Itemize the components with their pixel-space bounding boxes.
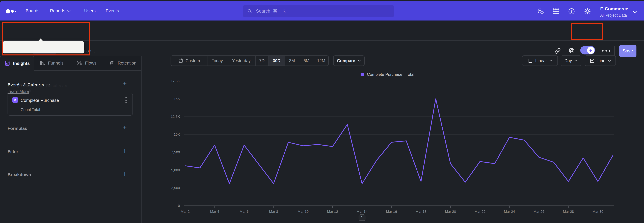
insights-line-chart: 02,5005,0007,50010K12.5K15K17.5KMar 2Mar…	[164, 72, 627, 223]
range-6m[interactable]: 6M	[299, 56, 314, 66]
svg-text:Mar 28: Mar 28	[563, 209, 574, 213]
compare-button[interactable]: Compare	[333, 55, 364, 66]
apps-grid-icon[interactable]	[552, 8, 559, 15]
add-breakdown-button[interactable]: +	[121, 171, 128, 177]
report-type-tabs: Insights Funnels Flows	[0, 56, 142, 71]
calendar-icon	[178, 58, 183, 63]
range-label: 3M	[289, 58, 295, 63]
event-metric[interactable]: Count Total	[21, 107, 40, 112]
section-label: Formulas	[8, 126, 27, 131]
svg-text:Mar 6: Mar 6	[240, 209, 249, 213]
tooltip-caret	[38, 39, 44, 42]
svg-text:7,500: 7,500	[171, 150, 180, 154]
range-7d[interactable]: 7D	[256, 56, 268, 66]
app-logo-icon[interactable]	[6, 9, 10, 14]
svg-text:12.5K: 12.5K	[171, 115, 180, 119]
section-label: Breakdown	[8, 172, 31, 177]
sampling-tooltip: Using 10% of data. Results are approxima…	[2, 41, 84, 53]
range-label: 7D	[259, 58, 265, 63]
nav-item-events[interactable]: Events	[106, 8, 119, 14]
top-navbar: Boards Reports Users Events	[0, 1, 644, 21]
sampling-toggle[interactable]	[580, 46, 595, 54]
tab-retention[interactable]: Retention	[104, 56, 142, 71]
filter-section: Filter	[8, 149, 18, 154]
chart-type-dropdown[interactable]: Line	[585, 55, 616, 66]
nav-label: Users	[84, 8, 96, 14]
scale-label: Linear	[535, 58, 547, 63]
date-range-selector: Custom Today Yesterday 7D 30D 3M 6M 12M	[170, 55, 329, 66]
svg-text:Mar 24: Mar 24	[504, 209, 515, 213]
interval-dropdown[interactable]: Day	[561, 55, 581, 66]
svg-text:Mar 10: Mar 10	[298, 209, 308, 213]
tab-funnels[interactable]: Funnels	[34, 56, 69, 71]
svg-text:Mar 2: Mar 2	[180, 209, 190, 213]
report-titlebar: Untitled Sampled + Add description... Sa…	[0, 21, 644, 41]
formulas-section: Formulas	[8, 126, 27, 131]
event-card[interactable]	[8, 93, 133, 116]
global-search[interactable]	[243, 5, 394, 17]
share-link-icon[interactable]	[554, 48, 561, 54]
nav-label: Boards	[26, 8, 40, 14]
add-event-button[interactable]: +	[121, 80, 128, 87]
more-options-button[interactable]	[602, 50, 610, 52]
chevron-down-icon	[574, 60, 578, 62]
nav-item-boards[interactable]: Boards	[26, 8, 40, 14]
chevron-down-icon	[608, 60, 611, 62]
range-today[interactable]: Today	[208, 56, 228, 66]
svg-text:Mar 22: Mar 22	[474, 209, 485, 213]
svg-text:Mar 20: Mar 20	[445, 209, 456, 213]
scale-dropdown[interactable]: Linear	[522, 55, 558, 66]
svg-text:Mar 26: Mar 26	[534, 209, 544, 213]
add-to-board-icon[interactable]	[568, 47, 575, 54]
svg-text:0: 0	[178, 204, 180, 207]
event-name[interactable]: Complete Purchase	[21, 98, 59, 103]
svg-text:Mar 14: Mar 14	[356, 209, 368, 213]
range-custom[interactable]: Custom	[171, 56, 208, 66]
save-button[interactable]: Save	[619, 45, 636, 57]
chevron-down-icon	[549, 60, 552, 62]
svg-text:Mar 16: Mar 16	[386, 209, 397, 213]
svg-text:?: ?	[570, 10, 573, 14]
app-logo-icon	[11, 10, 14, 13]
add-formula-button[interactable]: +	[121, 124, 128, 131]
toggle-knob	[587, 47, 594, 54]
funnels-icon	[39, 60, 45, 66]
tab-label: Insights	[13, 61, 30, 66]
project-scope: All Project Data	[600, 13, 627, 18]
chevron-down-icon	[358, 60, 361, 62]
svg-text:Mar 30: Mar 30	[592, 209, 603, 213]
chevron-down-icon	[632, 11, 637, 13]
nav-label: Events	[106, 8, 119, 14]
range-label: 12M	[317, 58, 325, 63]
svg-text:Mar 8: Mar 8	[269, 209, 278, 213]
flows-icon	[76, 60, 82, 66]
range-yesterday[interactable]: Yesterday	[228, 56, 256, 66]
tab-flows[interactable]: Flows	[69, 56, 104, 71]
range-12m[interactable]: 12M	[314, 56, 328, 66]
range-3m[interactable]: 3M	[285, 56, 299, 66]
retention-icon	[109, 60, 115, 66]
nav-item-users[interactable]: Users	[84, 8, 96, 14]
chart-type-label: Line	[598, 58, 605, 63]
tab-insights[interactable]: Insights	[0, 56, 34, 71]
interval-label: Day	[564, 58, 572, 63]
svg-text:Mar 12: Mar 12	[327, 209, 338, 213]
event-options-kebab[interactable]	[126, 97, 126, 103]
help-icon[interactable]: ?	[568, 8, 575, 15]
add-filter-button[interactable]: +	[121, 148, 128, 154]
search-input[interactable]	[256, 9, 390, 14]
tab-label: Funnels	[48, 60, 64, 66]
settings-gear-icon[interactable]	[584, 8, 591, 15]
tab-label: Flows	[85, 60, 96, 66]
project-name: E-Commerce	[600, 6, 628, 12]
mixpanel-insights-app: Boards Reports Users Events	[0, 0, 644, 223]
app-logo-icon	[15, 11, 16, 12]
range-30d[interactable]: 30D	[268, 56, 285, 66]
data-management-icon[interactable]	[537, 8, 544, 15]
compare-label: Compare	[337, 58, 355, 63]
chevron-down-icon	[67, 10, 70, 12]
nav-item-reports[interactable]: Reports	[50, 8, 70, 14]
lightning-bolt-icon	[588, 48, 593, 53]
line-chart-icon	[589, 58, 595, 64]
learn-more-link[interactable]: Learn More	[8, 89, 29, 94]
